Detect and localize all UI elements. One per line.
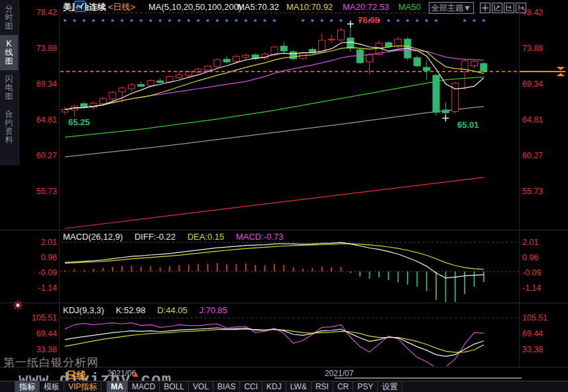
candle (109, 92, 116, 99)
macd-axis-label: -0.09 (522, 268, 566, 277)
price-axis-label: 69.34 (522, 79, 566, 89)
macd-panel[interactable] (60, 242, 519, 307)
signal-dot (235, 19, 237, 22)
toolbar-cr-tab[interactable]: CR (333, 381, 353, 392)
signal-dot (216, 19, 219, 22)
price-axis-label: 60.27 (19, 151, 57, 160)
macd-axis-label: -1.14 (19, 283, 57, 293)
signal-dot (188, 19, 190, 22)
toolbar-boll-tab[interactable]: BOLL (160, 381, 189, 392)
toolbar-lwr-tab[interactable]: LW& (286, 381, 312, 392)
chart-canvas[interactable] (0, 0, 568, 381)
sidebar-tab-contract-info[interactable]: 合约资料 (0, 105, 18, 149)
toolbar-ma-tab[interactable]: MA (107, 381, 128, 392)
signal-dot (101, 19, 104, 22)
signal-dot (339, 19, 342, 22)
annotation-high: 76.98 (358, 15, 380, 25)
candle (442, 110, 449, 113)
price-axis-label: 73.88 (522, 44, 566, 53)
macd-macd-value: MACD:-0.73 (236, 232, 284, 242)
signal-dot (149, 19, 152, 22)
bottom-toolbar: 指标 模板 VIP指标 MA MACD BOLL VOL BIAS CCI KD… (0, 381, 568, 392)
kdj-axis-label: 105.51 (19, 313, 57, 322)
divider-macd-kdj (0, 303, 568, 303)
macd-axis-label: -1.14 (522, 283, 566, 293)
signal-dot (206, 19, 209, 22)
signal-dot (245, 19, 247, 22)
macd-diff-value: DIFF:-0.22 (135, 232, 176, 242)
macd-axis-label: 2.01 (19, 238, 57, 247)
price-axis-label: 73.88 (19, 44, 57, 53)
toolbar-rsi-tab[interactable]: RSI (312, 381, 333, 392)
toolbar-template-button[interactable]: 模板 (40, 381, 64, 392)
kline-chart-icon (74, 1, 85, 12)
shift-axis-icon[interactable] (504, 3, 514, 13)
signal-dot (168, 19, 171, 22)
candle (186, 72, 192, 75)
macd-axis-label: 0.96 (19, 253, 57, 262)
toolbar-macd-tab[interactable]: MACD (128, 381, 160, 392)
kdj-panel[interactable] (60, 318, 519, 368)
sidebar-tab-lightning[interactable]: 闪电图 (0, 70, 18, 105)
toolbar-vol-tab[interactable]: VOL (189, 381, 213, 392)
candle (367, 55, 373, 62)
signal-dot (330, 19, 333, 22)
candle (138, 84, 144, 86)
kdj-name[interactable]: KDJ(9,3,3) (63, 305, 104, 315)
candle (166, 77, 173, 82)
candle (233, 56, 239, 61)
chart-application: 分时图 K线图 闪电图 合约资料 美原油连续 <日线> MA(5,10,20,5… (0, 0, 568, 392)
chart-header: 美原油连续 <日线> MA(5,10,20,50,100,200) MA5:70… (60, 1, 568, 13)
horizontal-scroll-indicator[interactable] (335, 377, 522, 379)
candle (81, 104, 87, 107)
price-axis-label: 69.34 (19, 79, 57, 89)
toolbar-bias-tab[interactable]: BIAS (213, 381, 240, 392)
signal-dot (159, 19, 162, 22)
plot-left-border (59, 9, 60, 367)
kdj-header: KDJ(9,3,3) K:52.98 D:44.05 J:70.85 (63, 305, 237, 315)
macd-name[interactable]: MACD(26,12,9) (63, 232, 123, 242)
sidebar-tab-timeshare[interactable]: 分时图 (0, 0, 18, 35)
theme-dropdown-button[interactable]: 全部主题▼ (429, 2, 474, 14)
signal-dot (321, 19, 323, 22)
candle (223, 59, 230, 62)
signal-dot (140, 19, 142, 22)
toolbar-psy-tab[interactable]: PSY (353, 381, 378, 392)
toolbar-settings-button[interactable]: 设置 (378, 381, 402, 392)
signal-dot (426, 19, 428, 22)
toolbar-kdj-tab[interactable]: KDJ (262, 381, 286, 392)
ma20-value: MA20:72.53 (343, 1, 389, 13)
toolbar-vip-indicator-button[interactable]: VIP指标 (64, 381, 101, 392)
candle (385, 42, 392, 46)
candle (243, 55, 249, 57)
signal-dot (311, 19, 313, 22)
signal-dot (130, 19, 133, 22)
watermark-site-name: 第一纸白银分析网 (3, 355, 99, 370)
ma-settings-label: MA(5,10,20,50,100,200) (148, 1, 241, 13)
macd-header: MACD(26,12,9) DIFF:-0.22 DEA:0.15 MACD:-… (63, 232, 293, 242)
candle (347, 38, 354, 48)
divider-main-macd (0, 230, 568, 230)
pan-tool-icon[interactable] (480, 3, 490, 13)
candle (481, 64, 487, 72)
kdj-j-value: J:70.85 (199, 305, 227, 315)
signal-dot (178, 19, 180, 22)
candle (176, 75, 182, 77)
candle (471, 62, 477, 66)
toolbar-cci-tab[interactable]: CCI (240, 381, 262, 392)
kdj-d-value: D:44.05 (157, 305, 188, 315)
signal-dot (92, 19, 95, 22)
signal-dot (111, 19, 114, 22)
main-candle-panel[interactable] (62, 19, 487, 228)
date-label-july: 2021/07 (325, 369, 353, 378)
candle (147, 81, 154, 86)
ma10-value: MA10:70.92 (286, 1, 333, 13)
scale-axis-icon[interactable] (492, 3, 502, 13)
macd-axis-label: -0.09 (19, 268, 57, 277)
toolbar-indicator-button[interactable]: 指标 (15, 381, 40, 392)
signal-dot (273, 19, 276, 22)
sidebar-tab-kline[interactable]: K线图 (0, 35, 18, 70)
candle (204, 66, 211, 70)
candle (99, 99, 106, 104)
period-label[interactable]: <日线> (108, 1, 135, 13)
